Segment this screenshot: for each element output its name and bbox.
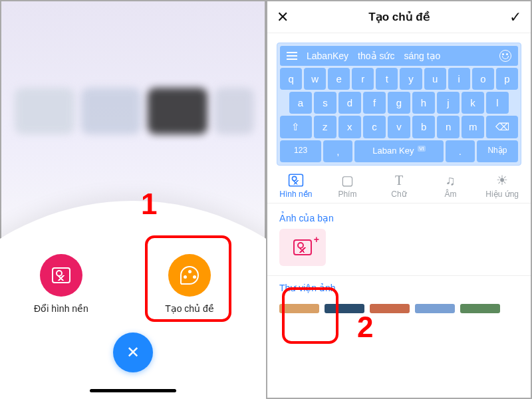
square-icon: ▢ <box>322 172 374 188</box>
key-shift[interactable]: ⇧ <box>280 116 312 138</box>
add-photo-button[interactable]: + <box>279 229 326 266</box>
kbd-row-4: 123 , Laban Key VI . Nhập <box>280 140 518 162</box>
key-f[interactable]: f <box>363 92 386 114</box>
close-icon[interactable]: ✕ <box>277 9 289 26</box>
change-wallpaper-button[interactable]: Đổi hình nền <box>21 254 101 314</box>
key-b[interactable]: b <box>412 116 435 138</box>
step-annotation-2: 2 <box>357 311 373 344</box>
change-wallpaper-label: Đổi hình nền <box>21 303 101 314</box>
library-thumb[interactable] <box>460 304 500 313</box>
tab-sound[interactable]: ♫ Âm <box>425 172 477 199</box>
kbd-suggestion: thoả sức <box>358 51 394 61</box>
tutorial-highlight-1 <box>145 235 231 322</box>
key-s[interactable]: s <box>314 92 336 114</box>
tab-keys[interactable]: ▢ Phím <box>322 172 374 199</box>
key-space[interactable]: Laban Key VI <box>354 140 443 162</box>
library-thumb[interactable] <box>370 304 410 313</box>
key-h[interactable]: h <box>412 92 435 114</box>
tab-text[interactable]: T Chữ <box>373 172 425 199</box>
key-v[interactable]: v <box>388 116 410 138</box>
key-w[interactable]: w <box>304 68 326 90</box>
key-a[interactable]: a <box>289 92 312 114</box>
key-l[interactable]: l <box>486 92 509 114</box>
key-c[interactable]: c <box>363 116 386 138</box>
tab-effect[interactable]: ☀ Hiệu ứng <box>476 172 528 199</box>
key-k[interactable]: k <box>462 92 484 114</box>
kbd-brand: LabanKey <box>307 51 348 61</box>
key-q[interactable]: q <box>280 68 302 90</box>
editor-tabbar: Hình nền ▢ Phím T Chữ ♫ Âm ☀ Hiệu ứng <box>267 166 531 203</box>
kbd-row-2: a s d f g h j k l <box>280 92 518 114</box>
key-u[interactable]: u <box>424 68 446 90</box>
key-numbers[interactable]: 123 <box>280 140 321 162</box>
tab-background[interactable]: Hình nền <box>270 172 322 199</box>
key-backspace[interactable]: ⌫ <box>486 116 518 138</box>
kbd-row-3: ⇧ z x c v b n m ⌫ <box>280 116 518 138</box>
brightness-icon: ☀ <box>476 172 528 188</box>
close-button[interactable]: ✕ <box>113 332 153 372</box>
key-z[interactable]: z <box>314 116 336 138</box>
keyboard-suggestion-bar: LabanKey thoả sức sáng tạo <box>280 46 518 66</box>
page-title: Tạo chủ đề <box>368 10 429 24</box>
key-r[interactable]: r <box>352 68 374 90</box>
editor-header: ✕ Tạo chủ đề ✓ <box>267 1 531 33</box>
key-y[interactable]: y <box>400 68 422 90</box>
kbd-row-1: q w e r t y u i o p <box>280 68 518 90</box>
bg-thumbnail <box>148 88 207 134</box>
key-p[interactable]: p <box>496 68 518 90</box>
key-g[interactable]: g <box>388 92 410 114</box>
key-enter[interactable]: Nhập <box>477 140 518 162</box>
bg-thumbnail <box>15 88 74 134</box>
text-icon: T <box>373 172 425 188</box>
image-icon <box>270 172 322 188</box>
confirm-icon[interactable]: ✓ <box>509 9 521 26</box>
key-period[interactable]: . <box>446 140 475 162</box>
tutorial-step-1-screen: 1 Đổi hình nền Tạo chủ đề ✕ <box>0 0 266 399</box>
home-indicator[interactable] <box>90 389 176 392</box>
tutorial-highlight-2 <box>282 287 338 344</box>
key-d[interactable]: d <box>338 92 361 114</box>
close-icon: ✕ <box>126 343 140 362</box>
key-m[interactable]: m <box>462 116 484 138</box>
music-note-icon: ♫ <box>425 172 477 188</box>
key-e[interactable]: e <box>328 68 350 90</box>
key-i[interactable]: i <box>448 68 470 90</box>
step-annotation-1: 1 <box>141 188 157 221</box>
library-thumb[interactable] <box>415 304 455 313</box>
emoji-icon[interactable] <box>499 50 511 62</box>
kbd-suggestion: sáng tạo <box>404 51 440 61</box>
key-t[interactable]: t <box>376 68 398 90</box>
image-icon <box>293 239 312 255</box>
bg-thumbnail <box>214 88 254 134</box>
plus-icon: + <box>314 234 319 245</box>
key-j[interactable]: j <box>437 92 460 114</box>
bg-thumbnail <box>81 88 141 134</box>
image-icon <box>40 254 82 297</box>
key-n[interactable]: n <box>437 116 460 138</box>
key-x[interactable]: x <box>338 116 361 138</box>
lang-badge: VI <box>418 146 426 152</box>
hamburger-icon[interactable] <box>287 55 297 57</box>
section-your-photos: Ảnh của bạn <box>267 203 531 229</box>
keyboard-preview: LabanKey thoả sức sáng tạo q w e r t y u… <box>277 43 521 166</box>
key-o[interactable]: o <box>472 68 494 90</box>
key-comma[interactable]: , <box>323 140 352 162</box>
tutorial-step-2-screen: ✕ Tạo chủ đề ✓ LabanKey thoả sức sáng tạ… <box>266 0 532 399</box>
